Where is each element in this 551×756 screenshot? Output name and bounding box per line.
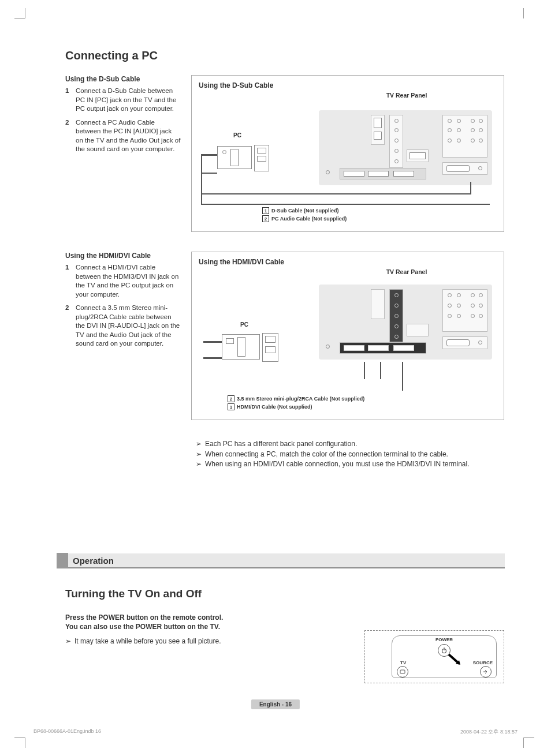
crop-mark (523, 8, 524, 18)
page-number-badge: English - 16 (251, 699, 300, 709)
tv-label: TV (400, 660, 406, 665)
note-arrow-icon: ➢ (196, 460, 205, 469)
list-item: 1 Connect a D-Sub Cable between PC IN [P… (65, 87, 181, 114)
step-text: Connect a HDMI/DVI cable between the HDM… (76, 263, 181, 299)
hdmi-heading: Using the HDMI/DVI Cable (65, 252, 181, 260)
legend-number: 2 (228, 395, 234, 402)
cable-icon (201, 154, 217, 156)
hdmi-diagram: Using the HDMI/DVI Cable TV Rear Panel P… (191, 252, 504, 420)
notes-block: ➢Each PC has a different back panel conf… (196, 440, 504, 469)
legend-text: HDMI/DVI Cable (Not supplied) (237, 404, 312, 410)
list-item: 2 Connect a 3.5 mm Stereo mini-plug/2RCA… (65, 304, 181, 349)
legend-text: PC Audio Cable (Not supplied) (271, 216, 347, 222)
source-label: SOURCE (473, 660, 493, 665)
crop-mark (14, 737, 25, 738)
tv-button-icon (397, 666, 408, 678)
svg-rect-2 (400, 670, 405, 673)
remote-diagram: POWER TV SOURCE (364, 630, 504, 683)
diagram-title: Using the D-Sub Cable (199, 81, 497, 89)
step-text: Connect a 3.5 mm Stereo mini-plug/2RCA C… (76, 304, 181, 349)
pointer-arrow-icon (448, 653, 463, 666)
subsection-title: Turning the TV On and Off (65, 587, 504, 600)
step-number: 2 (65, 118, 76, 154)
section-title: Operation (73, 556, 114, 566)
legend-row: 2 PC Audio Cable (Not supplied) (262, 215, 497, 222)
list-item: 2 Connect a PC Audio Cable between the P… (65, 118, 181, 154)
note-text: When connecting a PC, match the color of… (205, 450, 504, 459)
legend-row: 1 D-Sub Cable (Not supplied) (262, 207, 497, 214)
note-arrow-icon: ➢ (65, 637, 75, 645)
step-number: 2 (65, 304, 76, 349)
source-button-icon (480, 666, 492, 678)
pc-ports-icon (262, 333, 278, 362)
intro-line: Press the POWER button on the remote con… (65, 613, 504, 622)
legend-text: D-Sub Cable (Not supplied) (271, 208, 339, 214)
cable-icon (201, 173, 217, 174)
cable-icon (203, 341, 222, 343)
note-text: It may take a while before you see a ful… (75, 637, 221, 645)
pc-label: PC (240, 321, 248, 328)
tv-rear-panel-label: TV Rear Panel (349, 268, 464, 275)
crop-mark (14, 18, 25, 19)
footer-timestamp: 2008-04-22 오후 8:18:57 (460, 728, 518, 736)
note-arrow-icon: ➢ (196, 440, 205, 449)
tv-rear-panel-label: TV Rear Panel (349, 92, 464, 99)
footer-filename: BP68-00666A-01Eng.indb 16 (33, 728, 101, 734)
legend-text: 3.5 mm Stereo mini-plug/2RCA Cable (Not … (237, 396, 364, 402)
pc-chassis-icon (222, 334, 260, 360)
step-number: 1 (65, 263, 76, 299)
tv-rear-panel-icon (319, 110, 492, 185)
legend-number: 1 (262, 207, 269, 214)
diagram-title: Using the HDMI/DVI Cable (199, 258, 497, 266)
step-text: Connect a PC Audio Cable between the PC … (76, 118, 181, 154)
step-text: Connect a D-Sub Cable between PC IN [PC]… (76, 87, 181, 114)
section-accent-icon (57, 553, 68, 568)
dsub-diagram: Using the D-Sub Cable TV Rear Panel PC (191, 75, 504, 232)
crop-mark (25, 738, 25, 748)
intro-text: Press the POWER button on the remote con… (65, 613, 504, 631)
crop-mark (523, 738, 524, 748)
note-text: Each PC has a different back panel confi… (205, 440, 504, 449)
legend-number: 2 (262, 215, 269, 222)
note-text: When using an HDMI/DVI cable connection,… (205, 460, 504, 469)
legend-number: 1 (228, 403, 234, 410)
legend-row: 1 HDMI/DVI Cable (Not supplied) (228, 403, 497, 410)
dsub-heading: Using the D-Sub Cable (65, 75, 181, 83)
page-title: Connecting a PC (65, 49, 504, 62)
power-label: POWER (435, 637, 453, 642)
step-number: 1 (65, 87, 76, 114)
list-item: 1 Connect a HDMI/DVI cable between the H… (65, 263, 181, 299)
tv-rear-panel-icon (319, 285, 492, 360)
cable-icon (203, 357, 222, 359)
section-header: Operation (57, 553, 505, 568)
note-arrow-icon: ➢ (196, 450, 205, 459)
legend-row: 2 3.5 mm Stereo mini-plug/2RCA Cable (No… (228, 395, 497, 402)
crop-mark (524, 737, 534, 738)
pc-ports-icon (254, 145, 269, 171)
crop-mark (25, 8, 25, 18)
pc-chassis-icon (217, 146, 252, 169)
pc-label: PC (233, 132, 241, 139)
